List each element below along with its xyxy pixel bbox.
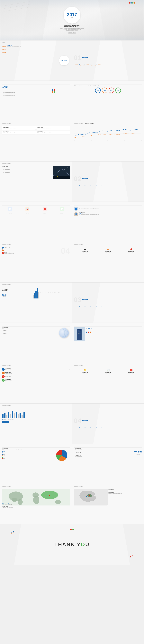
image-header: 05 CONTENTS xyxy=(2,163,70,164)
proc-desc-3: Click here to add text xyxy=(5,376,68,378)
bn-title1: YOUR TITLE xyxy=(2,292,32,293)
four-header: 03 CONTENTS xyxy=(2,123,70,124)
test-label: CONTENTS xyxy=(75,204,83,204)
row-8: 01 CONTENTS YOUR TITLE Click here to add… xyxy=(0,323,144,363)
wm-title: YOUR TITLE YOUR TITLE - Click here to ad… xyxy=(2,506,70,508)
map-dot-2 xyxy=(2,332,3,333)
pie-svg xyxy=(56,450,67,461)
test-num: 02 xyxy=(74,204,75,204)
bullet-dot-2 xyxy=(2,92,3,93)
sp-items: YOUR TITLEClick here to add text YOUR TI… xyxy=(74,448,133,458)
bullet-text-3: Click here to add text click here to add xyxy=(3,94,15,94)
icon-item-1: 📄 YOUR TITLE Click here xyxy=(2,207,19,214)
bullet-dot-4 xyxy=(2,95,3,96)
num-text-3: YOUR TITLE Click here to add text click … xyxy=(4,252,14,254)
svg-point-55 xyxy=(45,495,46,495)
sp-title-1: YOUR TITLE xyxy=(75,448,82,449)
circle-item-4: 70% YOUR TITLE YOUR TITLE xyxy=(115,88,121,96)
num-item-1: 1 YOUR TITLE Click here to add text clic… xyxy=(2,247,59,249)
legend-text-1: YOUR TITLE xyxy=(3,419,7,420)
map-label: CONTENTS xyxy=(3,324,11,326)
cm-header: 04 CONTENTS xyxy=(74,486,142,487)
stat-desc: Click here to add text xyxy=(2,88,35,90)
proc-title-4: YOUR TITLE xyxy=(5,379,70,380)
pie-title: YOUR TITLE xyxy=(2,448,55,449)
i3-num: 04 xyxy=(74,365,75,366)
svg-point-56 xyxy=(89,495,90,496)
i3-icon-1: 📁 xyxy=(83,368,87,372)
sq-blue xyxy=(52,89,53,91)
row-9: 03 CONTENTS 1 YOUR TITLE Click here to a… xyxy=(0,363,144,404)
ic-num: 04 xyxy=(74,244,75,245)
icon-box-3: 🔴 xyxy=(43,207,47,211)
four-card-3: YOUR TITLE Click here to add text click … xyxy=(2,130,36,134)
slide-stats: 01 CONTENTS 3.4bn+ Click here to add tex… xyxy=(0,81,72,121)
sp-content: YOUR TITLEClick here to add text YOUR TI… xyxy=(74,448,142,458)
four-card-title-1: YOUR TITLE xyxy=(3,127,35,128)
stats-left: 3.4bn+ Click here to add text Click here… xyxy=(2,86,35,96)
wave-svg xyxy=(74,62,102,66)
cm-title2: Strong Wing xyxy=(108,492,142,493)
vbar-4 xyxy=(37,288,38,298)
image-content: YOUR TITLE Click here to add text Click … xyxy=(2,166,70,178)
slide-section-02: 02 YOUR TITLE Click here to add text xyxy=(72,161,144,202)
icon-label-4: YOUR TITLE xyxy=(60,212,64,212)
globe-placeholder xyxy=(59,327,70,338)
map-dot-1 xyxy=(2,331,3,331)
item-desc-1: Click here to add text click here to add… xyxy=(8,46,70,47)
slide-icons: 01 CONTENTS 📄 YOUR TITLE Click here 📊 YO… xyxy=(0,202,72,242)
numbered-content: 1 YOUR TITLE Click here to add text clic… xyxy=(2,247,70,255)
wm-title-text: YOUR TITLE xyxy=(2,506,70,507)
deco-squares xyxy=(52,89,55,93)
pl-l4: Label 4 xyxy=(3,458,5,459)
bn-val2: 45.2+ xyxy=(2,294,32,296)
world-map-inner: 03 CONTENTS xyxy=(0,484,72,524)
sp-desc-2: Click here to add text xyxy=(75,453,82,454)
sp-text-3: YOUR TITLEClick here to add text xyxy=(75,455,82,457)
slide-icon-cards: 04 CONTENTS ☁ YOUR TITLE Click here to a… xyxy=(72,242,144,282)
bar-8 xyxy=(16,412,17,418)
big-num-04: 04 xyxy=(61,247,70,255)
map-num: 01 xyxy=(2,325,3,326)
build-text: 4 MAs Click here to add text click here … xyxy=(86,327,142,341)
circle-label-4: YOUR TITLE xyxy=(116,94,120,94)
i3-item-2: 📊 YOUR TITLE Click here to add text xyxy=(97,368,119,374)
item-title-2: YOUR TITLE xyxy=(8,48,70,50)
svg-point-58 xyxy=(86,496,87,497)
cover-name: YOUR NAME xyxy=(68,32,76,34)
test-quote-2: Click here to add text click here to add… xyxy=(79,214,99,215)
circle-1: 75% xyxy=(95,88,101,93)
bar-4 xyxy=(8,412,10,418)
wm-num: 03 xyxy=(2,486,3,487)
sp-dot-3 xyxy=(74,455,75,456)
sp-text-1: YOUR TITLEClick here to add text xyxy=(75,448,82,450)
pie-header: 01 CONTENTS xyxy=(2,446,70,446)
wave-label: CONTENTS xyxy=(75,123,83,124)
svg-point-24 xyxy=(64,169,65,170)
bridge-photo xyxy=(53,166,70,178)
cover-content: 2017 企业商务 企业商务通用PPT Experience the effor… xyxy=(60,7,84,34)
slide-wave-chart: 04 CONTENTS About Our Company Click here… xyxy=(72,121,144,161)
ty-bg-svg xyxy=(0,524,144,565)
about-circles-inner: 02 CONTENTS About Our Company Click here… xyxy=(72,81,144,121)
i3-title-1: YOUR TITLE xyxy=(82,372,88,373)
chart-button[interactable]: YOUR TITLE xyxy=(2,421,9,423)
proc-arrow-1: → xyxy=(69,369,70,370)
circle-sublabel-3: YOUR TITLE xyxy=(109,94,113,96)
deco-row-2 xyxy=(52,91,55,93)
dot-orange xyxy=(134,2,135,4)
sp-header: 02 CONTENTS xyxy=(74,446,142,446)
bar-2 xyxy=(4,413,6,418)
svg-line-4 xyxy=(4,2,30,6)
proc-text-1: YOUR TITLE Click here to add text xyxy=(5,368,68,370)
numbered-num: 03 xyxy=(2,244,3,245)
bc-divider xyxy=(2,407,70,407)
wave-num: 04 xyxy=(74,123,75,124)
sp-divider xyxy=(74,447,142,448)
proc-item-1: 1 YOUR TITLE Click here to add text → xyxy=(2,368,70,371)
ic-item-3: ◆ YOUR TITLE Click here to add text xyxy=(120,247,142,254)
map-divider xyxy=(2,326,70,326)
map-header: 01 CONTENTS xyxy=(2,324,70,326)
map-inner: 01 CONTENTS YOUR TITLE Click here to add… xyxy=(0,323,72,363)
pie-desc: Click here to add text click here to add… xyxy=(2,449,55,450)
